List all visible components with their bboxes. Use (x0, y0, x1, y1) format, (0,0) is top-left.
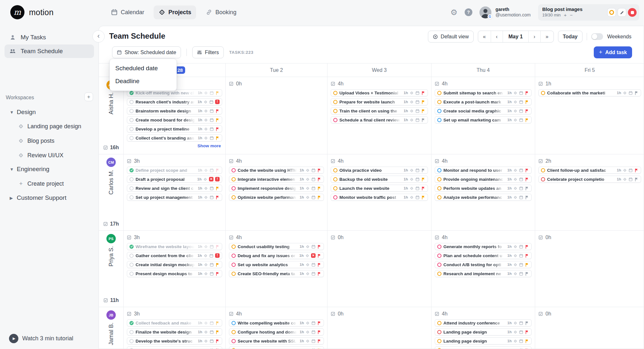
task-status-circle[interactable] (129, 348, 134, 349)
task-status-circle[interactable] (232, 186, 236, 190)
task-card[interactable]: Provide ongoing maintenanc1h (435, 176, 532, 183)
task-card[interactable]: Client follow-up and satisfac1h (538, 167, 641, 174)
task-status-circle[interactable] (333, 195, 337, 199)
task-card[interactable]: Create mood board for desig1h (127, 116, 222, 123)
task-card[interactable]: Conduct usability testing1h (229, 243, 324, 250)
task-card[interactable]: Implement responsive desig1h (229, 185, 324, 192)
task-status-circle[interactable] (129, 91, 134, 95)
day-cell[interactable]: 1hCollaborate with the marketi1h (535, 77, 644, 154)
task-status-circle[interactable] (129, 339, 134, 343)
project-item-review-ui-ux[interactable]: Review UI/UX (0, 150, 99, 161)
user-block[interactable]: G gareth @usemotion.com (479, 6, 531, 18)
dropdown-item-deadline[interactable]: Deadline (110, 75, 176, 88)
tutorial-button[interactable]: ▶ Watch 3 min tutorial (9, 334, 73, 343)
day-cell[interactable]: 0h (535, 231, 644, 307)
day-forward-button[interactable]: › (529, 31, 541, 42)
task-card[interactable]: Analyze website performanc1h (435, 194, 532, 201)
show-more-link[interactable]: Show more (127, 143, 222, 148)
task-status-circle[interactable] (129, 195, 134, 199)
task-status-circle[interactable] (232, 177, 236, 181)
caret-right-icon[interactable]: ▶ (10, 196, 17, 200)
timer-ring-button[interactable] (607, 8, 616, 17)
task-status-circle[interactable] (333, 91, 337, 95)
task-card[interactable]: Develop a project timeline1h (127, 125, 222, 132)
settings-gear-button[interactable]: ⚙ (450, 8, 457, 16)
day-back-button[interactable]: ‹ (491, 31, 503, 42)
task-status-circle[interactable] (333, 177, 337, 181)
task-status-circle[interactable] (232, 245, 236, 249)
task-card[interactable]: Olivia practice video1h (331, 167, 428, 174)
task-card[interactable]: Conduct A/B testing for opti1h (435, 261, 532, 268)
edit-task-button[interactable] (618, 8, 626, 17)
task-card[interactable]: Backup the old website1h (331, 176, 428, 183)
task-status-circle[interactable] (129, 254, 134, 258)
day-cell[interactable]: 4hSubmit sitemap to search en1hExecute a… (431, 77, 535, 154)
show-field-button[interactable]: Show: Scheduled date (112, 46, 181, 58)
task-status-circle[interactable] (437, 321, 441, 325)
task-card[interactable]: Collect feedback and make1h (127, 319, 222, 326)
day-cell[interactable]: 0h (226, 77, 327, 154)
task-status-circle[interactable] (333, 100, 337, 104)
task-status-circle[interactable] (437, 272, 441, 276)
task-card[interactable]: Execute a post-launch mark1h (435, 98, 532, 105)
task-status-circle[interactable] (232, 195, 236, 199)
day-cell[interactable]: 4hOlivia practice video1hBackup the old … (327, 154, 431, 231)
day-cell[interactable]: 3hDefine project scope and1hDraft a proj… (124, 154, 226, 231)
task-card[interactable]: Create social media graphic1h (435, 107, 532, 114)
task-status-circle[interactable] (129, 100, 134, 104)
task-status-circle[interactable] (129, 127, 134, 131)
task-card[interactable]: Define project scope and1h (127, 167, 222, 174)
workspace-customer-support[interactable]: ▶ Customer Support (0, 192, 99, 203)
sidebar-item-my-tasks[interactable]: My Tasks (5, 31, 94, 44)
motion-logo[interactable]: m (10, 5, 24, 19)
task-card[interactable]: Landing page design1h (435, 346, 532, 349)
collapse-sidebar-button[interactable]: ‹ (92, 30, 105, 43)
task-card[interactable]: Set up project management1h (127, 194, 222, 201)
day-cell[interactable]: 4hGenerate monthly reports fo1hPlan and … (431, 231, 535, 307)
task-status-circle[interactable] (437, 254, 441, 258)
week-back-button[interactable]: « (478, 31, 491, 42)
task-card[interactable]: Set up website analytics1h (229, 261, 324, 268)
task-status-circle[interactable] (129, 245, 134, 249)
nav-item-booking[interactable]: Booking (201, 5, 241, 19)
task-card[interactable]: Set up email marketing cam1h (435, 116, 532, 123)
task-card[interactable]: Create SEO-friendly meta ta1h (229, 270, 324, 277)
task-card[interactable]: Landing page design1h (435, 337, 532, 344)
day-cell[interactable]: 3hWireframe the website layou1hGather co… (124, 231, 226, 307)
filters-button[interactable]: Filters (192, 46, 224, 58)
task-card[interactable]: Prepare for website launch1h (331, 98, 428, 105)
task-card[interactable]: Upload Videos + Testimonial1h (331, 89, 428, 96)
task-status-circle[interactable] (129, 168, 134, 172)
day-cell[interactable]: 4hUpload Videos + Testimonial1hPrepare f… (327, 77, 431, 154)
week-forward-button[interactable]: » (541, 31, 554, 42)
task-status-circle[interactable] (129, 321, 134, 325)
task-status-circle[interactable] (437, 186, 441, 190)
task-status-circle[interactable] (232, 168, 236, 172)
task-status-circle[interactable] (333, 118, 337, 122)
task-status-circle[interactable] (437, 91, 441, 95)
task-status-circle[interactable] (437, 330, 441, 334)
task-card[interactable]: Plan and schedule content u1h (435, 252, 532, 259)
task-card[interactable]: Write compelling website co1h (229, 319, 324, 326)
sidebar-item-team-schedule[interactable]: Team Schedule (5, 44, 94, 58)
task-status-circle[interactable] (437, 168, 441, 172)
day-cell[interactable]: 4hMonitor and respond to user1hProvide o… (431, 154, 535, 231)
today-button[interactable]: Today (558, 31, 582, 43)
task-status-circle[interactable] (437, 245, 441, 249)
task-card[interactable]: Schedule a final client review1h (331, 116, 428, 123)
task-status-circle[interactable] (333, 168, 337, 172)
task-card[interactable]: Review and sign the client c1h (127, 185, 222, 192)
default-view-button[interactable]: Default view (428, 31, 474, 43)
task-card[interactable]: Landing page design1h (229, 346, 324, 349)
task-card[interactable]: Celebrate project completio1h (538, 176, 641, 183)
workspace-design[interactable]: ▼ Design (0, 107, 99, 118)
task-status-circle[interactable] (129, 272, 134, 276)
widget-decrease-button[interactable]: − (570, 14, 573, 17)
caret-down-icon[interactable]: ▼ (10, 167, 17, 172)
day-cell[interactable]: 3hCollect feedback and make1hFinalize th… (124, 307, 226, 349)
task-card[interactable]: Research client's industry an1h! (127, 98, 222, 105)
task-card[interactable]: Optimize website performan1h (229, 194, 324, 201)
day-cell[interactable]: 4hAttend industry conference1hLanding pa… (431, 307, 535, 349)
day-cell[interactable]: 4hCode the website using HTM1hIntegrate … (226, 154, 327, 231)
stop-timer-button[interactable] (628, 8, 637, 17)
